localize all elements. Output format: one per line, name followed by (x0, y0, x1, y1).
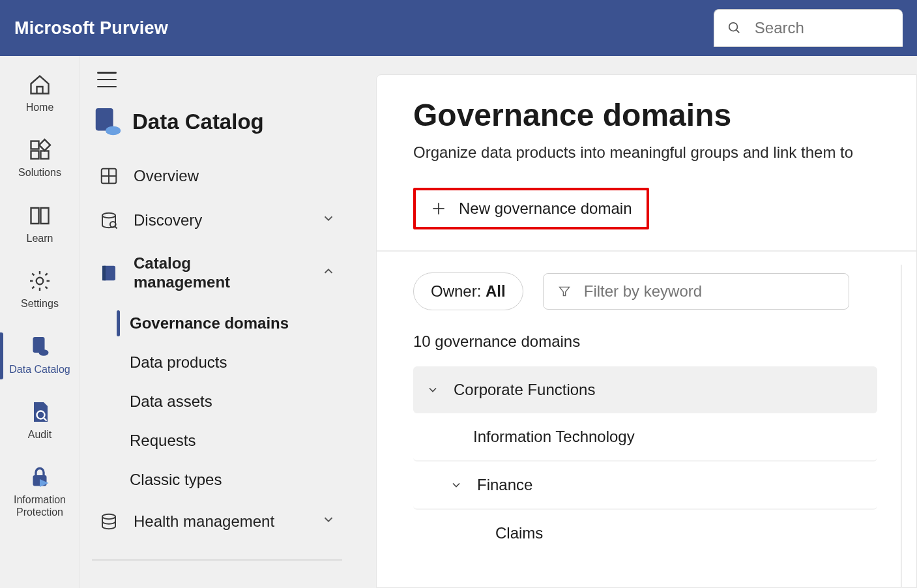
subnav-data-products[interactable]: Data products (128, 343, 342, 382)
keyword-filter[interactable] (543, 273, 849, 310)
nav-catalog-label-line2: management (134, 273, 230, 292)
home-icon (28, 73, 51, 96)
tree-row-claims[interactable]: Claims (413, 510, 877, 557)
rail-item-settings[interactable]: Settings (0, 257, 80, 323)
nav-overview-label: Overview (134, 167, 199, 185)
tree-label: Corporate Functions (454, 381, 595, 399)
tree-row-corporate-functions[interactable]: Corporate Functions (413, 366, 877, 413)
new-governance-domain-button[interactable]: New governance domain (420, 193, 643, 224)
chevron-down-icon (450, 477, 465, 493)
sidebar-divider (92, 559, 342, 561)
svg-point-0 (729, 23, 738, 31)
svg-marker-25 (559, 287, 569, 295)
data-catalog-icon (92, 107, 122, 137)
rail-item-home[interactable]: Home (0, 61, 80, 126)
module-title: Data Catalog (132, 110, 264, 134)
content-card: Governance domains Organize data product… (376, 74, 917, 588)
nav-catalog-management[interactable]: Catalog management (92, 243, 342, 304)
svg-rect-5 (41, 151, 49, 159)
hamburger-menu[interactable] (97, 72, 117, 87)
nav-health-label: Health management (134, 512, 274, 531)
catalog-icon (99, 263, 119, 283)
main-area: Governance domains Organize data product… (359, 56, 917, 588)
owner-pill-value: All (486, 282, 506, 300)
book-icon (28, 204, 51, 228)
rail-label-data-catalog: Data Catalog (9, 364, 70, 375)
nav-health-management[interactable]: Health management (92, 499, 342, 544)
svg-point-17 (102, 213, 115, 218)
subnav-classic-types[interactable]: Classic types (128, 460, 342, 499)
top-bar: Microsoft Purview (0, 0, 917, 56)
owner-pill-label: Owner: (431, 282, 486, 300)
tree-row-finance[interactable]: Finance (413, 462, 877, 510)
rail-label-home: Home (26, 102, 54, 113)
gear-icon (28, 269, 51, 293)
chevron-down-icon (321, 211, 336, 226)
svg-point-8 (39, 349, 49, 356)
svg-rect-4 (31, 151, 39, 159)
rail-item-info-protection[interactable]: Information Protection (0, 454, 80, 531)
page-subtitle: Organize data products into meaningful g… (413, 143, 916, 162)
rail-item-data-catalog[interactable]: Data Catalog (0, 323, 80, 389)
module-header: Data Catalog (92, 107, 342, 137)
secondary-sidebar: Data Catalog Overview Discovery Catalog … (80, 56, 359, 588)
discovery-icon (99, 211, 119, 230)
domain-tree: Corporate Functions Information Technolo… (413, 366, 877, 557)
tree-label: Finance (477, 476, 532, 494)
svg-rect-2 (31, 141, 39, 149)
new-button-label: New governance domain (459, 199, 632, 218)
tree-label: Information Technology (473, 428, 635, 446)
rail-item-audit[interactable]: Audit (0, 389, 80, 454)
rail-item-solutions[interactable]: Solutions (0, 126, 80, 192)
svg-rect-21 (102, 266, 106, 281)
rail-label-learn: Learn (27, 233, 53, 244)
health-icon (99, 512, 119, 531)
domain-count: 10 governance domains (413, 332, 916, 351)
svg-point-13 (106, 126, 121, 136)
keyword-filter-input[interactable] (583, 282, 834, 301)
subnav-governance-domains[interactable]: Governance domains (128, 304, 342, 343)
page-title: Governance domains (413, 97, 916, 133)
subnav-requests[interactable]: Requests (128, 421, 342, 460)
chevron-down-icon (321, 512, 336, 527)
plus-icon (430, 200, 447, 217)
rail-label-settings: Settings (21, 298, 59, 310)
filter-row: Owner: All (413, 272, 916, 310)
filter-icon (558, 284, 571, 299)
chevron-down-icon (426, 382, 442, 398)
svg-line-19 (115, 226, 117, 228)
rail-label-solutions: Solutions (18, 167, 61, 179)
rail-item-learn[interactable]: Learn (0, 192, 80, 257)
nav-overview[interactable]: Overview (92, 154, 342, 198)
nav-catalog-label-line1: Catalog (134, 254, 230, 273)
nav-discovery[interactable]: Discovery (92, 198, 342, 243)
database-icon (28, 335, 51, 359)
highlighted-action: New governance domain (413, 188, 649, 229)
rail-label-audit: Audit (28, 429, 51, 441)
subnav-data-assets[interactable]: Data assets (128, 382, 342, 421)
nav-discovery-label: Discovery (134, 211, 202, 229)
chevron-up-icon (321, 264, 336, 278)
audit-icon (28, 400, 51, 424)
solutions-icon (28, 138, 51, 162)
grid-icon (99, 166, 119, 186)
brand-title: Microsoft Purview (14, 18, 168, 38)
svg-line-1 (736, 30, 740, 33)
search-icon (727, 20, 742, 37)
owner-filter-pill[interactable]: Owner: All (413, 272, 523, 310)
tree-row-information-technology[interactable]: Information Technology (413, 413, 877, 462)
global-search[interactable] (714, 9, 903, 47)
rail-label-info-protection: Information Protection (3, 494, 77, 518)
left-rail: Home Solutions Learn Settings Data Catal… (0, 56, 80, 588)
search-input[interactable] (753, 18, 890, 38)
tree-label: Claims (495, 524, 543, 542)
catalog-subnav: Governance domains Data products Data as… (92, 304, 342, 499)
content-divider (377, 250, 916, 252)
lock-icon (28, 465, 51, 489)
svg-point-22 (102, 514, 115, 519)
right-separator (901, 265, 902, 588)
svg-rect-3 (39, 140, 50, 151)
svg-point-6 (36, 278, 44, 285)
